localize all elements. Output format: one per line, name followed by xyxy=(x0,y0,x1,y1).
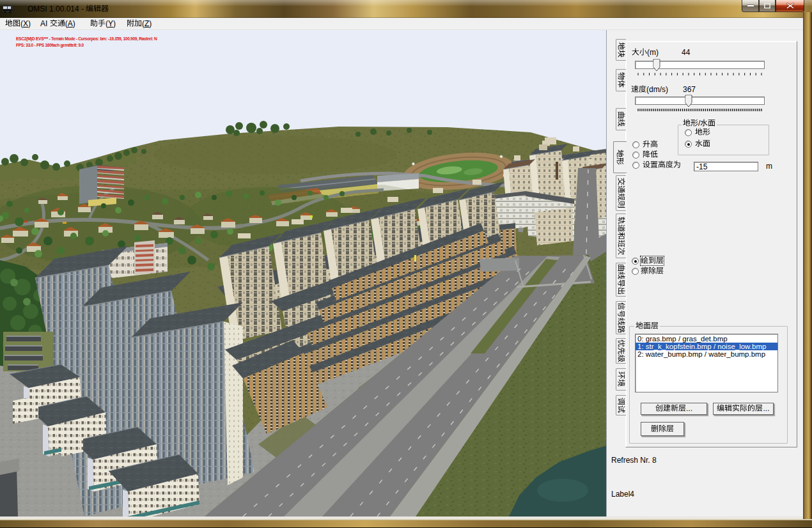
svg-text:FPS: 33.0 - FPS 160fach gemitt: FPS: 33.0 - FPS 160fach gemittelt: 9.0 xyxy=(16,43,84,48)
svg-text:ESC2(M)D EVS*** - Terrain Mode: ESC2(M)D EVS*** - Terrain Mode - Cursorp… xyxy=(16,36,157,42)
